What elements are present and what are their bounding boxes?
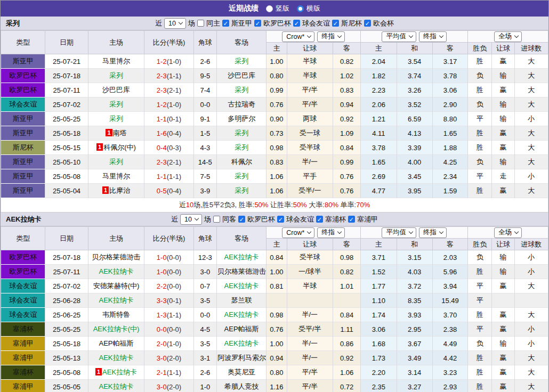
same-venue-checkbox[interactable] bbox=[213, 216, 220, 223]
league-badge: 斯亚甲 bbox=[1, 112, 45, 126]
fulltime-score[interactable]: 1-0 bbox=[157, 268, 167, 276]
euro-company-select[interactable]: 平均值 bbox=[382, 31, 416, 42]
away-team[interactable]: AEK拉纳卡 bbox=[224, 253, 259, 261]
odds-company-select[interactable]: Crow* bbox=[282, 31, 314, 42]
home-team[interactable]: 马里博尔 bbox=[102, 57, 130, 65]
fulltime-score[interactable]: 1-3 bbox=[157, 311, 167, 319]
away-team[interactable]: 希腊人竞技 bbox=[224, 382, 259, 390]
home-team[interactable]: 沙巴巴库 bbox=[102, 86, 130, 94]
layout-option-vertical[interactable]: 竖版 bbox=[266, 4, 289, 13]
away-team[interactable]: AEK拉纳卡 bbox=[224, 282, 259, 290]
euro-time-select[interactable]: 终指 bbox=[419, 31, 447, 42]
fulltime-score[interactable]: 2-3 bbox=[157, 158, 167, 166]
match-count-select[interactable]: 10 bbox=[180, 214, 202, 225]
fulltime-score[interactable]: 1-6 bbox=[157, 129, 167, 137]
euro-company-select[interactable]: 平均值 bbox=[382, 227, 416, 238]
home-team[interactable]: 采列 bbox=[109, 115, 123, 123]
fulltime-score[interactable]: 0-4 bbox=[157, 144, 167, 152]
away-team[interactable]: 采列 bbox=[235, 86, 248, 94]
home-team[interactable]: 采列 bbox=[109, 71, 123, 79]
home-team[interactable]: 采列 bbox=[109, 158, 123, 166]
fulltime-score[interactable]: 2-2 bbox=[157, 282, 167, 290]
away-team[interactable]: 瑟兰联 bbox=[231, 296, 252, 304]
home-team[interactable]: 科佩尔(中) bbox=[103, 143, 136, 151]
away-team[interactable]: 科佩尔 bbox=[231, 158, 252, 166]
away-team[interactable]: AEK拉纳卡 bbox=[224, 339, 259, 347]
fulltime-score[interactable]: 3-0 bbox=[157, 354, 167, 362]
odds-time-select[interactable]: 终指 bbox=[317, 31, 345, 42]
home-team[interactable]: 比摩治 bbox=[109, 186, 130, 194]
home-team[interactable]: AEK拉纳卡 bbox=[99, 382, 134, 390]
euro-away-odds: 3.06 bbox=[432, 83, 467, 97]
fulltime-score[interactable]: 0-0 bbox=[157, 325, 167, 333]
radio-icon[interactable] bbox=[266, 5, 273, 12]
score-cell: 0-0(0-0) bbox=[144, 322, 193, 337]
home-team[interactable]: 安德莱赫特(中) bbox=[93, 282, 140, 290]
home-team[interactable]: 南塔 bbox=[113, 129, 127, 137]
euro-home-odds: 1.52 bbox=[361, 265, 397, 279]
away-team[interactable]: 采列 bbox=[235, 186, 248, 194]
column-header: 日期 bbox=[45, 31, 88, 54]
home-team[interactable]: 韦斯特鲁 bbox=[102, 311, 130, 318]
result-handicap: 赢 bbox=[492, 380, 514, 392]
scope-select[interactable]: 全场 bbox=[494, 227, 522, 238]
away-team[interactable]: 采列 bbox=[235, 172, 248, 180]
fulltime-score[interactable]: 2-0 bbox=[157, 340, 167, 348]
away-team[interactable]: 采列 bbox=[235, 129, 248, 137]
home-team[interactable]: AEK拉纳卡 bbox=[99, 354, 134, 362]
odds-company-select[interactable]: Crow* bbox=[282, 227, 314, 238]
home-team[interactable]: 贝尔格莱德游击 bbox=[92, 253, 141, 261]
same-venue-checkbox[interactable] bbox=[197, 20, 204, 27]
fulltime-score[interactable]: 3-3 bbox=[157, 297, 167, 305]
fulltime-score[interactable]: 3-0 bbox=[157, 383, 167, 391]
layout-option-horizontal[interactable]: 横版 bbox=[297, 4, 320, 13]
radio-icon[interactable] bbox=[297, 5, 304, 12]
away-team[interactable]: AEP帕福斯 bbox=[224, 325, 259, 333]
euro-draw-odds: 6.59 bbox=[397, 112, 432, 126]
away-team[interactable]: 采列 bbox=[235, 143, 248, 151]
fulltime-score[interactable]: 2-3 bbox=[157, 72, 167, 80]
scope-select[interactable]: 全场 bbox=[494, 31, 522, 42]
league-filter-checkbox[interactable]: ✓ bbox=[316, 216, 323, 223]
fulltime-score[interactable]: 2-3 bbox=[157, 86, 167, 94]
handicap-away-odds: 0.84 bbox=[333, 141, 360, 155]
away-team[interactable]: 阿波罗利马索尔 bbox=[217, 354, 266, 362]
away-team[interactable]: 奥莫尼亚 bbox=[228, 368, 255, 376]
home-team[interactable]: 马里博尔 bbox=[102, 172, 130, 180]
fulltime-score[interactable]: 1-1 bbox=[157, 173, 167, 181]
away-team[interactable]: 多明萨尔 bbox=[228, 115, 255, 123]
home-team[interactable]: AEP帕福斯 bbox=[99, 339, 134, 347]
away-team[interactable]: 古拉瑞奇 bbox=[228, 100, 255, 108]
league-filter-checkbox[interactable]: ✓ bbox=[222, 20, 229, 27]
league-filter-checkbox[interactable]: ✓ bbox=[332, 20, 339, 27]
home-team[interactable]: AEK拉纳卡 bbox=[99, 296, 134, 304]
away-team[interactable]: 采列 bbox=[235, 57, 248, 65]
match-count-select[interactable]: 10 bbox=[164, 18, 186, 29]
away-team[interactable]: 沙巴巴库 bbox=[228, 71, 255, 79]
league-filter-checkbox[interactable]: ✓ bbox=[348, 216, 355, 223]
home-team[interactable]: 采列 bbox=[109, 100, 123, 108]
home-team-cell: 1AEK拉纳卡 bbox=[88, 365, 144, 380]
fulltime-score[interactable]: 1-1 bbox=[157, 115, 167, 123]
odds-time-select[interactable]: 终指 bbox=[317, 227, 345, 238]
fulltime-score[interactable]: 1-2 bbox=[157, 58, 167, 66]
league-filter-checkbox[interactable]: ✓ bbox=[238, 216, 245, 223]
league-filter-checkbox[interactable]: ✓ bbox=[254, 20, 261, 27]
league-filter-checkbox[interactable]: ✓ bbox=[293, 20, 300, 27]
fulltime-score[interactable]: 0-5 bbox=[157, 187, 167, 195]
home-team[interactable]: AEK拉纳卡 bbox=[102, 368, 137, 376]
fulltime-score[interactable]: 2-1 bbox=[157, 369, 167, 377]
league-filter-checkbox[interactable]: ✓ bbox=[364, 20, 371, 27]
fulltime-score[interactable]: 1-0 bbox=[157, 254, 167, 262]
away-team-cell: 采列 bbox=[216, 126, 266, 141]
away-team[interactable]: 贝尔格莱德游击 bbox=[217, 267, 266, 275]
result-handicap: 赢 bbox=[492, 308, 514, 322]
home-team[interactable]: AEK拉纳卡(中) bbox=[93, 325, 140, 333]
euro-time-select[interactable]: 终指 bbox=[419, 227, 447, 238]
fulltime-score[interactable]: 1-2 bbox=[157, 101, 167, 109]
scope-select-label: 全场 bbox=[498, 32, 512, 41]
sub-column-header: 让球 bbox=[492, 43, 514, 54]
home-team[interactable]: AEK拉纳卡 bbox=[99, 267, 134, 275]
league-filter-checkbox[interactable]: ✓ bbox=[277, 216, 284, 223]
away-team[interactable]: AEK拉纳卡 bbox=[224, 311, 259, 318]
